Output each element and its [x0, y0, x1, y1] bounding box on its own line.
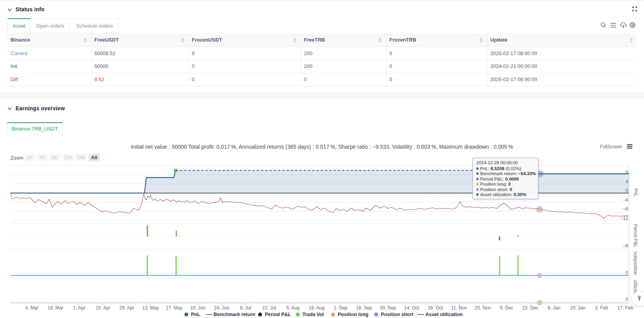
svg-text:10. Jun: 10. Jun: [190, 305, 205, 311]
svg-text:0: 0: [625, 270, 628, 276]
svg-text:18. Mar: 18. Mar: [48, 305, 64, 311]
svg-text:Asset utilization: Asset utilization: [425, 312, 463, 317]
svg-text:28. Oct: 28. Oct: [428, 305, 443, 311]
svg-text:0: 0: [625, 188, 628, 193]
svg-text:25. Nov: 25. Nov: [475, 305, 491, 311]
svg-text:16. Sep: 16. Sep: [356, 305, 372, 311]
svg-text:9. Dec: 9. Dec: [500, 305, 514, 311]
svg-text:Period P&L: Period P&L: [265, 312, 291, 317]
svg-text:Period P&L: Period P&L: [633, 224, 638, 248]
svg-text:6. Jan: 6. Jan: [548, 305, 561, 311]
svg-text:−8: −8: [623, 206, 628, 212]
svg-text:13. May: 13. May: [142, 305, 159, 311]
svg-text:vol/position: vol/position: [633, 252, 638, 275]
svg-text:5. Aug: 5. Aug: [286, 305, 300, 311]
svg-text:22. Jul: 22. Jul: [262, 305, 276, 311]
svg-text:Benchmark return: Benchmark return: [214, 312, 255, 317]
svg-text:PnL: PnL: [191, 312, 200, 317]
svg-text:3. Feb: 3. Feb: [595, 305, 608, 311]
svg-text:4. Mar: 4. Mar: [25, 305, 38, 311]
svg-text:0: 0: [625, 297, 628, 302]
svg-text:20. Jan: 20. Jan: [570, 305, 585, 311]
svg-text:−8: −8: [623, 243, 628, 248]
svg-text:30. Sep: 30. Sep: [380, 305, 396, 311]
svg-text:Trade Vol: Trade Vol: [302, 312, 324, 317]
svg-text:4: 4: [625, 179, 628, 184]
svg-text:14. Oct: 14. Oct: [404, 305, 419, 311]
svg-text:29. Apr: 29. Apr: [120, 305, 134, 311]
svg-text:8. Jul: 8. Jul: [240, 305, 251, 311]
svg-text:Position long: Position long: [338, 312, 368, 317]
svg-text:19. Aug: 19. Aug: [309, 305, 325, 311]
svg-text:−12: −12: [620, 215, 628, 221]
svg-text:24. Jun: 24. Jun: [214, 305, 229, 311]
svg-text:Position short: Position short: [381, 312, 414, 317]
svg-text:15. Apr: 15. Apr: [95, 305, 110, 311]
svg-text:27. May: 27. May: [166, 305, 183, 311]
svg-text:23. Dec: 23. Dec: [522, 305, 538, 311]
svg-text:8: 8: [625, 170, 628, 175]
svg-text:11. Nov: 11. Nov: [451, 305, 467, 311]
svg-text:PnL: PnL: [633, 188, 639, 197]
svg-text:17. Feb: 17. Feb: [617, 305, 633, 311]
svg-text:2. Sep: 2. Sep: [334, 305, 347, 311]
svg-text:−4: −4: [623, 197, 628, 203]
svg-text:1. Apr: 1. Apr: [73, 305, 85, 311]
